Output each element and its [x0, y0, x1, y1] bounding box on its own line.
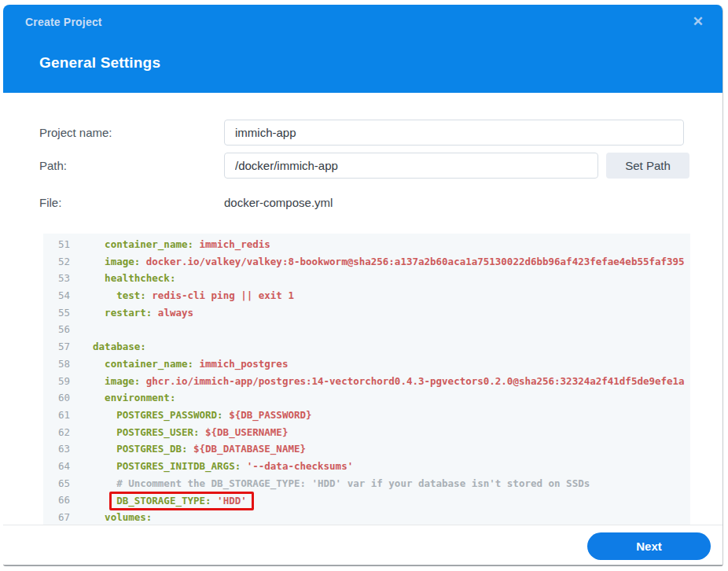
code-content: POSTGRES_INITDB_ARGS: '--data-checksums'	[81, 458, 353, 475]
line-number: 55	[43, 304, 81, 322]
set-path-button[interactable]: Set Path	[606, 153, 689, 179]
code-line: 60 environment:	[43, 389, 690, 407]
code-line: 66 DB_STORAGE_TYPE: 'HDD'	[43, 492, 690, 509]
code-line: 65 # Uncomment the DB_STORAGE_TYPE: 'HDD…	[43, 475, 690, 492]
yaml-value: ${DB_USERNAME}	[205, 426, 288, 438]
yaml-value: docker.io/valkey/valkey:8-bookworm@sha25…	[146, 256, 685, 267]
project-name-label: Project name:	[39, 126, 224, 139]
line-number: 64	[43, 458, 81, 475]
code-content: healthcheck:	[81, 270, 175, 287]
code-content: image: docker.io/valkey/valkey:8-bookwor…	[81, 253, 685, 271]
line-number: 60	[43, 389, 81, 407]
yaml-key: volumes:	[105, 511, 152, 523]
line-number: 51	[43, 236, 81, 253]
yaml-key: healthcheck:	[105, 272, 175, 284]
yaml-key: DB_STORAGE_TYPE:	[116, 495, 211, 507]
dialog-title: Create Project	[25, 16, 102, 28]
code-line: 64 POSTGRES_INITDB_ARGS: '--data-checksu…	[43, 458, 690, 475]
line-number: 54	[43, 287, 81, 304]
code-content: volumes:	[81, 509, 152, 525]
code-content: POSTGRES_PASSWORD: ${DB_PASSWORD}	[81, 407, 312, 424]
close-icon[interactable]: ✕	[693, 15, 704, 28]
yaml-key: container_name:	[105, 238, 193, 250]
yaml-value: ${DB_PASSWORD}	[229, 409, 311, 421]
page-background: Create Project ✕ General Settings Projec…	[0, 0, 728, 571]
create-project-dialog: Create Project ✕ General Settings Projec…	[3, 5, 723, 566]
code-line: 59 image: ghcr.io/immich-app/postgres:14…	[43, 373, 690, 390]
code-content: environment:	[81, 389, 175, 407]
yaml-value: '--data-checksums'	[247, 460, 353, 472]
code-line: 58 container_name: immich_postgres	[43, 355, 690, 373]
next-button[interactable]: Next	[587, 532, 711, 560]
line-number: 65	[43, 475, 81, 492]
yaml-value: always	[158, 307, 193, 319]
code-content: container_name: immich_postgres	[81, 355, 288, 373]
code-content: POSTGRES_DB: ${DB_DATABASE_NAME}	[81, 440, 306, 458]
line-number: 62	[43, 424, 81, 441]
project-name-input[interactable]	[224, 120, 684, 146]
path-label: Path:	[39, 159, 224, 172]
file-row: File: docker-compose.yml	[39, 190, 722, 216]
yaml-key: container_name:	[105, 358, 193, 370]
section-title: General Settings	[3, 28, 722, 72]
code-line: 54 test: redis-cli ping || exit 1	[43, 287, 690, 304]
yaml-key: POSTGRES_DB:	[116, 443, 187, 455]
dialog-body: Project name: Path: Set Path File: docke…	[3, 93, 722, 525]
code-line: 61 POSTGRES_PASSWORD: ${DB_PASSWORD}	[43, 407, 690, 424]
yaml-key: environment:	[105, 392, 175, 403]
code-content: test: redis-cli ping || exit 1	[81, 287, 294, 304]
code-content: POSTGRES_USER: ${DB_USERNAME}	[81, 424, 288, 441]
yaml-key: database:	[93, 341, 146, 352]
yaml-key: test:	[116, 289, 146, 301]
path-input[interactable]	[224, 153, 598, 179]
dialog-footer: Next	[3, 525, 722, 566]
code-line: 55 restart: always	[43, 304, 690, 322]
line-number: 58	[43, 355, 81, 373]
line-number: 53	[43, 270, 81, 287]
dialog-header: Create Project ✕ General Settings	[3, 5, 722, 93]
code-line: 56	[43, 321, 690, 338]
highlight-box: DB_STORAGE_TYPE: 'HDD'	[109, 492, 254, 510]
code-line: 57 database:	[43, 338, 690, 355]
code-content: DB_STORAGE_TYPE: 'HDD'	[81, 492, 254, 509]
line-number: 57	[43, 338, 81, 355]
yaml-key: image:	[105, 375, 140, 387]
file-value: docker-compose.yml	[224, 196, 333, 209]
code-content: image: ghcr.io/immich-app/postgres:14-ve…	[81, 373, 685, 390]
yaml-key: restart:	[105, 307, 152, 319]
code-line: 62 POSTGRES_USER: ${DB_USERNAME}	[43, 424, 690, 441]
code-line: 63 POSTGRES_DB: ${DB_DATABASE_NAME}	[43, 440, 690, 458]
yaml-value: ${DB_DATABASE_NAME}	[193, 443, 306, 455]
code-line: 67 volumes:	[43, 509, 690, 525]
line-number: 67	[43, 509, 81, 525]
code-content: restart: always	[81, 304, 193, 322]
code-content: database:	[81, 338, 146, 355]
line-number: 63	[43, 440, 81, 458]
yaml-key: image:	[105, 256, 140, 267]
line-number: 61	[43, 407, 81, 424]
line-number: 56	[43, 321, 81, 338]
yaml-key: POSTGRES_INITDB_ARGS:	[116, 460, 241, 472]
yaml-comment: # Uncomment the DB_STORAGE_TYPE: 'HDD' v…	[116, 477, 590, 489]
line-number: 66	[43, 492, 81, 509]
yaml-value: 'HDD'	[217, 495, 247, 507]
code-line: 52 image: docker.io/valkey/valkey:8-book…	[43, 253, 690, 271]
yaml-value: ghcr.io/immich-app/postgres:14-vectorcho…	[146, 375, 685, 387]
code-content: container_name: immich_redis	[81, 236, 270, 253]
code-content: # Uncomment the DB_STORAGE_TYPE: 'HDD' v…	[81, 475, 590, 492]
yaml-value: immich_postgres	[200, 358, 289, 370]
yaml-editor[interactable]: 51 container_name: immich_redis52 image:…	[43, 234, 690, 525]
yaml-value: redis-cli ping || exit 1	[152, 289, 294, 301]
file-label: File:	[39, 196, 224, 209]
yaml-key: POSTGRES_PASSWORD:	[116, 409, 222, 421]
path-row: Path: Set Path	[39, 153, 722, 179]
yaml-value: immich_redis	[200, 238, 270, 250]
dialog-titlebar: Create Project ✕	[3, 5, 722, 28]
project-name-row: Project name:	[39, 120, 722, 146]
code-line: 51 container_name: immich_redis	[43, 236, 690, 253]
yaml-key: POSTGRES_USER:	[116, 426, 199, 438]
line-number: 52	[43, 253, 81, 271]
line-number: 59	[43, 373, 81, 390]
code-line: 53 healthcheck:	[43, 270, 690, 287]
